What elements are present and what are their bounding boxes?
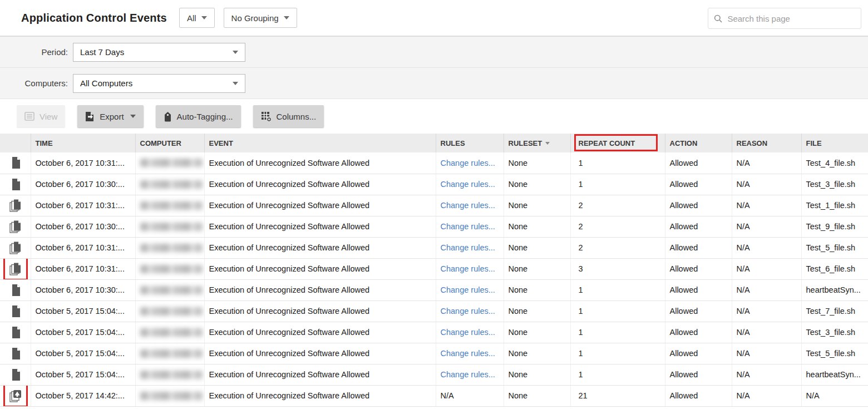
action-cell: Allowed bbox=[665, 174, 732, 195]
action-column-header[interactable]: ACTION bbox=[665, 134, 732, 152]
repeat-count-column-label: REPEAT COUNT bbox=[575, 139, 635, 147]
computers-select[interactable]: All Computers bbox=[73, 74, 245, 93]
ruleset-cell: None bbox=[504, 385, 570, 406]
event-row[interactable]: October 6, 2017 10:31:...Execution of Un… bbox=[0, 237, 868, 258]
export-button-label: Export bbox=[100, 112, 124, 121]
change-rules-link[interactable]: Change rules... bbox=[441, 307, 495, 316]
sort-descending-icon bbox=[545, 142, 550, 145]
rules-cell: Change rules... bbox=[436, 322, 504, 343]
change-rules-link[interactable]: Change rules... bbox=[441, 264, 495, 273]
grouping-dropdown[interactable]: No Grouping bbox=[224, 8, 297, 28]
change-rules-link[interactable]: Change rules... bbox=[441, 222, 495, 231]
event-icon-box bbox=[6, 196, 26, 215]
event-row[interactable]: October 5, 2017 15:04:...Execution of Un… bbox=[0, 364, 868, 385]
event-row[interactable]: October 5, 2017 15:04:...Execution of Un… bbox=[0, 322, 868, 343]
event-type-cell bbox=[0, 152, 31, 174]
action-cell: Allowed bbox=[665, 385, 732, 406]
event-row[interactable]: October 5, 2017 15:04:...Execution of Un… bbox=[0, 300, 868, 322]
action-cell: Allowed bbox=[665, 279, 732, 300]
rules-cell: Change rules... bbox=[436, 279, 504, 300]
time-column-header[interactable]: TIME bbox=[31, 134, 135, 152]
time-cell: October 5, 2017 15:04:... bbox=[31, 364, 135, 385]
change-rules-link[interactable]: Change rules... bbox=[441, 180, 495, 189]
icon-column-header bbox=[0, 134, 31, 152]
severity-filter-dropdown[interactable]: All bbox=[179, 8, 215, 28]
event-row[interactable]: October 5, 2017 15:04:...Execution of Un… bbox=[0, 343, 868, 364]
event-row[interactable]: October 6, 2017 10:31:...Execution of Un… bbox=[0, 152, 868, 174]
columns-button[interactable]: Columns... bbox=[253, 105, 324, 127]
repeat-count-cell: 1 bbox=[570, 343, 665, 364]
repeat-count-cell: 1 bbox=[570, 322, 665, 343]
reason-cell: N/A bbox=[732, 343, 801, 364]
columns-button-label: Columns... bbox=[277, 112, 317, 121]
event-type-cell bbox=[0, 195, 31, 216]
reason-cell: N/A bbox=[732, 364, 801, 385]
event-cell: Execution of Unrecognized Software Allow… bbox=[204, 216, 436, 237]
view-list-icon bbox=[24, 112, 34, 121]
chevron-down-icon bbox=[233, 51, 238, 54]
time-cell: October 5, 2017 15:04:... bbox=[31, 300, 135, 322]
events-toolbar: View Export Auto-Tagging... Columns... bbox=[0, 99, 868, 134]
auto-tagging-button-label: Auto-Tagging... bbox=[177, 112, 233, 121]
reason-column-header[interactable]: REASON bbox=[732, 134, 801, 152]
computer-column-header[interactable]: COMPUTER bbox=[135, 134, 204, 152]
file-cell: heartbeatSyn... bbox=[801, 364, 868, 385]
change-rules-link[interactable]: Change rules... bbox=[441, 243, 495, 252]
event-row[interactable]: October 6, 2017 10:30:...Execution of Un… bbox=[0, 174, 868, 195]
period-select[interactable]: Last 7 Days bbox=[73, 43, 245, 62]
computer-name-redacted bbox=[140, 159, 203, 167]
repeat-count-column-header[interactable]: REPEAT COUNT bbox=[570, 134, 665, 152]
time-cell: October 6, 2017 10:30:... bbox=[31, 279, 135, 300]
action-cell: Allowed bbox=[665, 322, 732, 343]
rules-cell: Change rules... bbox=[436, 152, 504, 174]
event-icon-highlight-box bbox=[6, 386, 26, 405]
event-cell: Execution of Unrecognized Software Allow… bbox=[204, 174, 436, 195]
change-rules-link[interactable]: Change rules... bbox=[441, 328, 495, 337]
change-rules-link[interactable]: Change rules... bbox=[441, 201, 495, 210]
tag-icon bbox=[164, 111, 172, 122]
ruleset-column-label: RULESET bbox=[509, 139, 542, 147]
rules-cell: Change rules... bbox=[436, 343, 504, 364]
file-cell: Test_9_file.sh bbox=[801, 216, 868, 237]
export-button[interactable]: Export bbox=[77, 105, 143, 127]
ruleset-cell: None bbox=[504, 237, 570, 258]
action-cell: Allowed bbox=[665, 300, 732, 322]
file-cell: Test_7_file.sh bbox=[801, 300, 868, 322]
event-column-header[interactable]: EVENT bbox=[204, 134, 436, 152]
change-rules-link[interactable]: Change rules... bbox=[441, 159, 495, 167]
event-document-stack-icon bbox=[9, 220, 22, 234]
event-row[interactable]: October 5, 2017 14:42:...Execution of Un… bbox=[0, 385, 868, 406]
action-cell: Allowed bbox=[665, 216, 732, 237]
change-rules-link[interactable]: Change rules... bbox=[441, 370, 495, 379]
event-icon-box bbox=[6, 280, 26, 299]
rules-cell: N/A bbox=[436, 385, 504, 406]
view-button: View bbox=[17, 105, 65, 127]
change-rules-link[interactable]: Change rules... bbox=[441, 349, 495, 358]
grouping-value: No Grouping bbox=[231, 13, 279, 23]
change-rules-link[interactable]: Change rules... bbox=[441, 285, 495, 294]
ruleset-cell: None bbox=[504, 174, 570, 195]
ruleset-column-header[interactable]: RULESET bbox=[504, 134, 570, 152]
event-type-cell bbox=[0, 300, 31, 322]
computer-cell bbox=[135, 195, 204, 216]
page-search[interactable] bbox=[708, 8, 861, 29]
repeat-count-cell: 1 bbox=[570, 300, 665, 322]
action-cell: Allowed bbox=[665, 364, 732, 385]
file-column-header[interactable]: FILE bbox=[801, 134, 868, 152]
repeat-count-cell: 1 bbox=[570, 152, 665, 174]
event-row[interactable]: October 6, 2017 10:31:...Execution of Un… bbox=[0, 258, 868, 279]
page-header: Application Control Events All No Groupi… bbox=[0, 0, 868, 37]
auto-tagging-button[interactable]: Auto-Tagging... bbox=[156, 105, 241, 127]
file-cell: Test_1_file.sh bbox=[801, 195, 868, 216]
event-document-icon bbox=[11, 326, 21, 339]
computer-cell bbox=[135, 364, 204, 385]
aggregated-event-document-icon bbox=[9, 389, 22, 403]
event-row[interactable]: October 6, 2017 10:31:...Execution of Un… bbox=[0, 195, 868, 216]
event-row[interactable]: October 6, 2017 10:30:...Execution of Un… bbox=[0, 216, 868, 237]
event-row[interactable]: October 6, 2017 10:30:...Execution of Un… bbox=[0, 279, 868, 300]
view-button-label: View bbox=[40, 112, 57, 121]
rules-column-header[interactable]: RULES bbox=[436, 134, 504, 152]
chevron-down-icon bbox=[201, 16, 207, 19]
search-input[interactable] bbox=[727, 14, 855, 23]
computers-value: All Computers bbox=[80, 78, 132, 88]
